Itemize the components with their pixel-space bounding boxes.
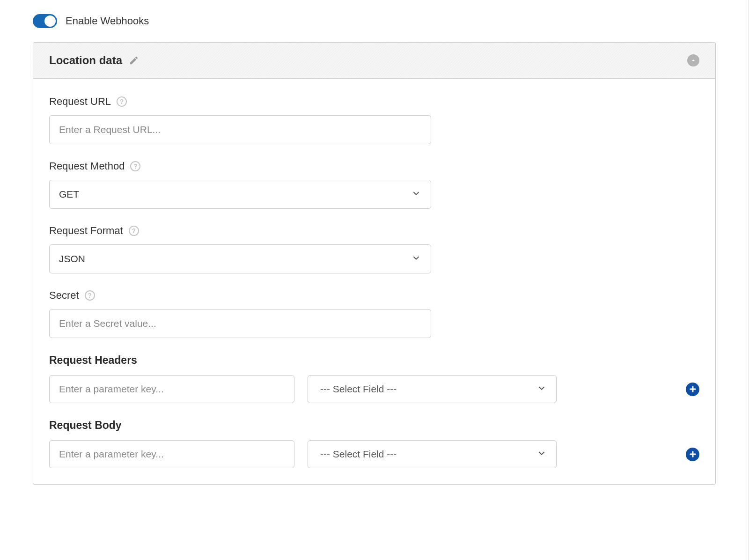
request-url-label: Request URL bbox=[49, 96, 111, 108]
help-icon[interactable]: ? bbox=[117, 96, 127, 107]
body-field-select[interactable]: --- Select Field --- bbox=[308, 440, 557, 468]
request-headers-heading: Request Headers bbox=[49, 354, 699, 367]
secret-input[interactable] bbox=[49, 309, 431, 338]
webhook-panel: Location data Request URL ? Request Meth… bbox=[33, 42, 716, 485]
help-icon[interactable]: ? bbox=[130, 161, 140, 171]
header-field-select[interactable]: --- Select Field --- bbox=[308, 375, 557, 403]
request-method-value: GET bbox=[59, 189, 79, 200]
secret-label: Secret bbox=[49, 289, 79, 302]
request-format-value: JSON bbox=[59, 253, 85, 265]
request-headers-row: --- Select Field --- bbox=[49, 375, 699, 403]
request-body-row: --- Select Field --- bbox=[49, 440, 699, 468]
request-format-select[interactable]: JSON bbox=[49, 244, 431, 273]
enable-webhooks-toggle[interactable] bbox=[33, 14, 57, 28]
panel-body: Request URL ? Request Method ? GET bbox=[33, 79, 715, 468]
request-method-select[interactable]: GET bbox=[49, 180, 431, 209]
header-field-placeholder: --- Select Field --- bbox=[320, 383, 397, 395]
webhook-settings-page: Enable Webhooks Location data Request UR… bbox=[0, 0, 749, 560]
body-key-input[interactable] bbox=[49, 440, 294, 468]
request-body-heading: Request Body bbox=[49, 419, 699, 432]
plus-icon[interactable] bbox=[686, 448, 699, 461]
enable-webhooks-row: Enable Webhooks bbox=[33, 14, 716, 28]
chevron-down-icon bbox=[536, 448, 547, 461]
body-field-placeholder: --- Select Field --- bbox=[320, 449, 397, 460]
chevron-up-icon[interactable] bbox=[687, 54, 699, 66]
secret-field: Secret ? bbox=[49, 289, 699, 338]
help-icon[interactable]: ? bbox=[129, 226, 139, 236]
request-url-input[interactable] bbox=[49, 115, 431, 144]
panel-title: Location data bbox=[49, 54, 122, 67]
request-method-label: Request Method bbox=[49, 160, 125, 172]
request-format-label: Request Format bbox=[49, 225, 123, 237]
chevron-down-icon bbox=[411, 188, 421, 201]
chevron-down-icon bbox=[536, 383, 547, 396]
toggle-knob bbox=[44, 15, 56, 27]
pencil-icon[interactable] bbox=[129, 55, 139, 66]
header-key-input[interactable] bbox=[49, 375, 294, 403]
panel-header[interactable]: Location data bbox=[33, 43, 715, 79]
request-method-field: Request Method ? GET bbox=[49, 160, 699, 209]
plus-icon[interactable] bbox=[686, 383, 699, 396]
help-icon[interactable]: ? bbox=[85, 290, 95, 301]
request-format-field: Request Format ? JSON bbox=[49, 225, 699, 273]
enable-webhooks-label: Enable Webhooks bbox=[66, 15, 149, 27]
panel-title-wrap: Location data bbox=[49, 54, 139, 67]
request-url-field: Request URL ? bbox=[49, 96, 699, 144]
chevron-down-icon bbox=[411, 253, 421, 265]
